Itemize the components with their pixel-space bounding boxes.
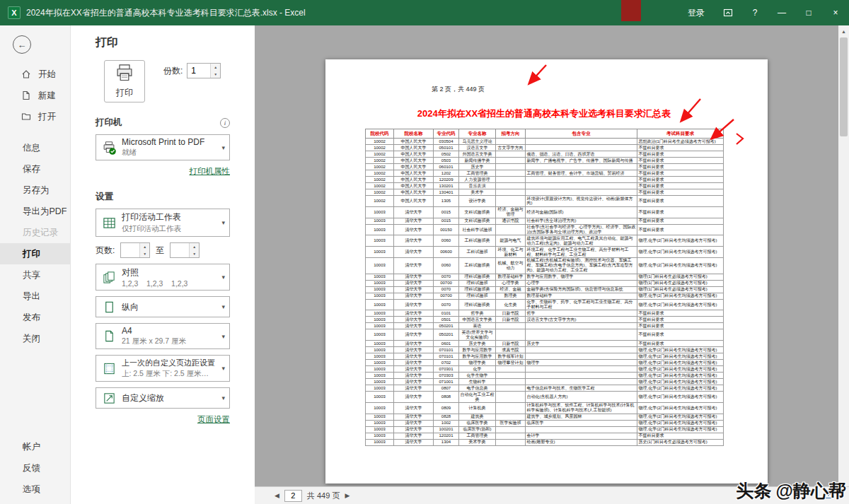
sidebar-item-share[interactable]: 共享 — [0, 264, 70, 286]
table-cell: 历史学 — [459, 164, 496, 170]
table-cell: 心理学 — [526, 280, 637, 286]
table-cell: 英语 — [459, 323, 496, 329]
zoom-to-page-button[interactable] — [824, 489, 833, 502]
table-cell: 日新书院 — [496, 317, 526, 323]
signin-button[interactable]: 登录 — [678, 0, 715, 25]
sidebar-item-publish[interactable]: 发布 — [0, 307, 70, 328]
spin-up-icon[interactable]: ▲ — [211, 64, 220, 71]
sidebar-item-export-pdf[interactable]: 导出为PDF — [0, 201, 70, 222]
page-to-stepper[interactable]: ▲ ▼ — [170, 242, 200, 258]
sidebar-item-feedback[interactable]: 反馈 — [0, 457, 70, 479]
spin-up-icon[interactable]: ▲ — [190, 243, 199, 250]
scroll-up-icon[interactable]: ▲ — [838, 25, 849, 37]
page-to-input[interactable] — [171, 243, 189, 257]
sidebar-item-home[interactable]: 开始 — [0, 64, 70, 85]
table-row: 10002 中国人民大学 130201 音乐表演 不提科目要求 — [366, 183, 724, 189]
table-cell: 10003 — [366, 402, 394, 414]
collation-dropdown[interactable]: 对照 1,2,3 1,2,3 1,2,3 ▾ — [96, 264, 230, 291]
sidebar-item-options[interactable]: 选项 — [0, 479, 70, 500]
table-cell: 0601 — [434, 341, 459, 347]
table-cell — [496, 224, 526, 235]
help-button[interactable]: ? — [741, 0, 768, 25]
copies-input[interactable] — [187, 64, 210, 78]
minimize-button[interactable]: — — [768, 0, 795, 25]
spin-down-icon[interactable]: ▼ — [211, 71, 220, 78]
table-cell: 130401 — [434, 189, 459, 196]
table-cell: 物理,化学(2门科目考生均须选考方可报考) — [637, 293, 724, 299]
scrollbar-thumb[interactable] — [840, 37, 848, 136]
chevron-down-icon: ▾ — [219, 144, 225, 151]
table-cell: 新闻学、广播电视学、广告学、传播学、国际新闻与传播 — [526, 158, 637, 164]
table-cell: 中国人民大学 — [394, 170, 434, 177]
sidebar-item-close[interactable]: 关闭 — [0, 328, 70, 349]
next-page-button[interactable]: ▶ — [345, 492, 350, 499]
sidebar-item-print[interactable]: 打印 — [0, 243, 70, 264]
table-cell: 10003 — [366, 323, 394, 329]
settings-section-label: 设置 — [96, 191, 113, 203]
ribbon-display-options-icon[interactable] — [715, 0, 741, 25]
sidebar-item-new[interactable]: 新建 — [0, 85, 70, 106]
info-icon[interactable]: i — [220, 118, 230, 128]
table-cell: 求真书院 — [496, 347, 526, 353]
table-cell: 文科试验班类 — [459, 218, 496, 224]
table-cell: 物理,化学(2门科目考生均须选考方可报考) — [637, 379, 724, 385]
sidebar-item-open[interactable]: 打开 — [0, 106, 70, 127]
margins-dropdown[interactable]: 上一次的自定义页边距设置 上: 2.5 厘米 下: 2.5 厘米… ▾ — [96, 355, 230, 382]
paper-size-dropdown[interactable]: A4 21 厘米 x 29.7 厘米 ▾ — [96, 323, 230, 349]
spin-down-icon[interactable]: ▼ — [140, 250, 149, 257]
copies-stepper[interactable]: ▲ ▼ — [187, 63, 221, 78]
table-cell: 0060 — [434, 257, 459, 274]
preview-scrollbar[interactable]: ▲ — [838, 25, 849, 486]
spin-up-icon[interactable]: ▲ — [140, 243, 149, 250]
table-cell: 0060 — [434, 235, 459, 247]
table-row: 10002 中国人民大学 060101 历史学 不提科目要求 — [366, 164, 724, 170]
table-cell: 10003 — [366, 293, 394, 299]
table-cell: 10003 — [366, 280, 394, 286]
table-cell: 数学与应用数学 — [459, 353, 496, 360]
table-cell: 10003 — [366, 379, 394, 385]
preview-table: 院校代码院校名称专业代码专业名称招考方向包含专业考试科目要求 10002 中国人… — [365, 129, 724, 446]
table-cell: 物理,化学(2门科目考生均须选考方可报考) — [637, 426, 724, 433]
table-cell: 马克思主义理论 — [459, 139, 496, 145]
page-from-input[interactable] — [121, 243, 139, 257]
table-cell: 不提科目要求 — [637, 218, 724, 224]
restore-button[interactable]: □ — [795, 0, 822, 25]
table-cell: 数理类 — [496, 293, 526, 299]
table-cell: 经济、金融 — [496, 286, 526, 293]
sidebar-item-saveas[interactable]: 另存为 — [0, 180, 70, 201]
table-cell: 10003 — [366, 341, 394, 347]
print-button[interactable]: 打印 — [104, 60, 145, 102]
table-cell — [496, 158, 526, 164]
page-from-stepper[interactable]: ▲ ▼ — [120, 242, 150, 258]
page-setup-link[interactable]: 页面设置 — [96, 414, 230, 425]
table-cell — [526, 347, 637, 353]
close-button[interactable]: × — [822, 0, 849, 25]
sidebar-item-account[interactable]: 帐户 — [0, 436, 70, 457]
previous-page-button[interactable]: ◀ — [275, 492, 279, 499]
spin-down-icon[interactable]: ▼ — [190, 250, 199, 257]
sidebar-item-info[interactable]: 信息 — [0, 137, 70, 158]
current-page-input[interactable] — [284, 490, 302, 502]
print-what-dropdown[interactable]: 打印活动工作表 仅打印活动工作表 ▾ — [96, 209, 230, 237]
table-cell: 社会科学试验班 — [459, 224, 496, 235]
printer-properties-link[interactable]: 打印机属性 — [96, 166, 230, 177]
scaling-dropdown[interactable]: 自定义缩放 ▾ — [96, 387, 230, 409]
collate-icon — [101, 271, 117, 284]
table-cell: 10002 — [366, 170, 394, 177]
orientation-dropdown[interactable]: 纵向 ▾ — [96, 296, 230, 317]
table-row: 10003 清华大学 00600 工科试验班 环境、化工与新材料 环境工程、化学… — [366, 247, 724, 258]
table-row: 10003 清华大学 0070 理科试验班类 经济、金融 金融学类(含保险方向国… — [366, 286, 724, 293]
table-cell: 清华大学 — [394, 366, 434, 373]
document-title: 2024年拟在XX省招生的普通高校本科专业选考科目要求汇总表 — [365, 107, 723, 120]
table-cell: 物理,化学(2门科目考生均须选考方可报考) — [637, 299, 724, 310]
back-button[interactable]: ← — [13, 35, 31, 54]
table-cell — [496, 439, 526, 445]
sidebar-item-export[interactable]: 导出 — [0, 286, 70, 307]
table-cell: 不提科目要求 — [637, 196, 724, 207]
worksheet-icon — [101, 216, 117, 230]
recording-indicator — [621, 0, 641, 21]
sidebar-item-save[interactable]: 保存 — [0, 158, 70, 180]
table-cell: 0503 — [434, 158, 459, 164]
printer-dropdown[interactable]: Microsoft Print to PDF 就绪 ▾ — [96, 134, 230, 160]
table-row: 10003 清华大学 070303 化学生物学 物理,化学(2门科目考生均须选考… — [366, 373, 724, 379]
